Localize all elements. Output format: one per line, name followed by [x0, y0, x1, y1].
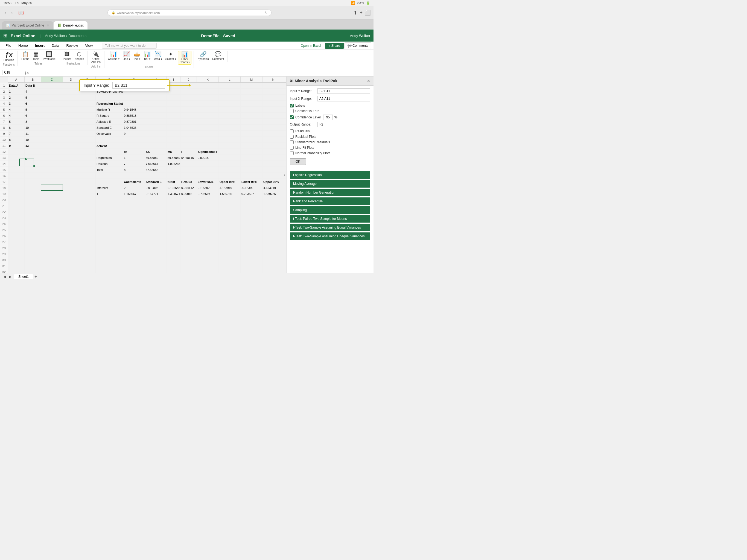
grid-cell[interactable]	[63, 167, 79, 173]
grid-cell[interactable]: 0.064142	[180, 185, 197, 190]
grid-cell[interactable]	[41, 191, 63, 197]
grid-cell[interactable]	[197, 82, 219, 88]
grid-cell[interactable]	[167, 269, 180, 273]
grid-cell[interactable]	[241, 257, 262, 263]
grid-cell[interactable]	[96, 227, 123, 233]
grid-cell[interactable]	[25, 245, 41, 251]
grid-cell[interactable]	[8, 197, 25, 203]
grid-cell[interactable]	[219, 245, 241, 251]
grid-cell[interactable]	[8, 209, 25, 215]
grid-cell[interactable]	[41, 167, 63, 173]
constant-checkbox[interactable]	[290, 109, 294, 113]
grid-cell[interactable]	[63, 137, 79, 143]
grid-cell[interactable]	[167, 227, 180, 233]
grid-cell[interactable]: 4.153919	[219, 185, 241, 190]
grid-cell[interactable]: SS	[145, 149, 167, 154]
grid-cell[interactable]	[219, 149, 241, 154]
grid-cell[interactable]	[63, 197, 79, 203]
grid-cell[interactable]	[167, 107, 180, 112]
grid-cell[interactable]	[145, 119, 167, 124]
grid-cell[interactable]	[79, 245, 96, 251]
grid-cell[interactable]	[241, 125, 262, 130]
grid-cell[interactable]: 1.539736	[262, 191, 284, 197]
grid-cell[interactable]: ANOVA	[96, 143, 123, 149]
grid-cell[interactable]	[145, 125, 167, 130]
grid-cell[interactable]: Regression Statistics	[96, 101, 123, 106]
grid-cell[interactable]	[180, 143, 197, 149]
grid-cell[interactable]	[79, 119, 96, 124]
grid-cell[interactable]	[79, 227, 96, 233]
grid-cell[interactable]	[123, 257, 145, 263]
grid-cell[interactable]	[167, 233, 180, 239]
grid-cell[interactable]: F	[180, 149, 197, 154]
grid-cell[interactable]	[96, 137, 123, 143]
new-tab-button[interactable]: +	[360, 10, 363, 16]
grid-cell[interactable]	[123, 227, 145, 233]
grid-cell[interactable]: 8	[25, 119, 41, 124]
grid-cell[interactable]	[145, 227, 167, 233]
grid-cell[interactable]	[145, 233, 167, 239]
grid-cell[interactable]	[8, 221, 25, 227]
grid-cell[interactable]	[197, 233, 219, 239]
grid-cell[interactable]	[25, 233, 41, 239]
grid-cell[interactable]	[219, 125, 241, 130]
grid-cell[interactable]	[96, 149, 123, 154]
scatter-chart-button[interactable]: ✦ Scatter ▾	[164, 51, 177, 61]
grid-cell[interactable]	[25, 263, 41, 269]
line-fit-checkbox[interactable]	[290, 146, 294, 150]
grid-cell[interactable]: 0.793597	[197, 191, 219, 197]
grid-cell[interactable]	[197, 173, 219, 179]
grid-cell[interactable]	[241, 95, 262, 100]
grid-cell[interactable]	[63, 149, 79, 154]
menu-review[interactable]: Review	[63, 42, 81, 49]
grid-cell[interactable]	[219, 239, 241, 245]
tool-ttest-unequal-variances[interactable]: t-Test: Two-Sample Assuming Unequal Vari…	[290, 232, 370, 240]
grid-cell[interactable]: Upper 95%	[262, 179, 284, 184]
grid-cell[interactable]: 13	[25, 143, 41, 149]
grid-cell[interactable]	[63, 119, 79, 124]
grid-cell[interactable]	[180, 239, 197, 245]
grid-cell[interactable]	[197, 209, 219, 215]
input-y-field[interactable]	[317, 88, 370, 94]
grid-cell[interactable]	[63, 203, 79, 209]
grid-cell[interactable]: Significance F	[197, 149, 219, 154]
grid-cell[interactable]	[241, 251, 262, 257]
grid-cell[interactable]	[167, 143, 180, 149]
grid-cell[interactable]	[262, 119, 284, 124]
grid-cell[interactable]	[219, 88, 241, 94]
grid-cell[interactable]	[96, 215, 123, 221]
grid-cell[interactable]	[145, 263, 167, 269]
grid-cell[interactable]	[25, 227, 41, 233]
grid-cell[interactable]	[262, 161, 284, 167]
grid-cell[interactable]	[241, 227, 262, 233]
grid-cell[interactable]	[41, 125, 63, 130]
office-addins-button[interactable]: 🔌 OfficeAdd-ins	[90, 51, 102, 64]
grid-cell[interactable]	[219, 113, 241, 119]
sheet-add-button[interactable]: +	[34, 274, 37, 279]
grid-cell[interactable]: 4	[8, 107, 25, 112]
grid-cell[interactable]	[262, 197, 284, 203]
grid-cell[interactable]	[241, 239, 262, 245]
open-excel-button[interactable]: Open in Excel	[298, 43, 325, 48]
grid-cell[interactable]: 0.870301	[123, 119, 145, 124]
grid-cell[interactable]	[63, 179, 79, 184]
grid-cell[interactable]: 0.886513	[123, 113, 145, 119]
grid-cell[interactable]	[63, 143, 79, 149]
grid-cell[interactable]	[63, 209, 79, 215]
tabs-button[interactable]: ⬜	[365, 10, 371, 16]
grid-cell[interactable]	[167, 257, 180, 263]
grid-cell[interactable]	[96, 251, 123, 257]
grid-cell[interactable]	[262, 137, 284, 143]
grid-cell[interactable]	[180, 113, 197, 119]
grid-cell[interactable]	[241, 215, 262, 221]
grid-cell[interactable]	[167, 101, 180, 106]
grid-cell[interactable]: Upper 95%	[219, 179, 241, 184]
grid-cell[interactable]: Residual	[96, 161, 123, 167]
grid-cell[interactable]	[41, 215, 63, 221]
chart-handle[interactable]	[19, 159, 34, 166]
grid-cell[interactable]	[8, 185, 25, 190]
grid-cell[interactable]	[25, 239, 41, 245]
grid-cell[interactable]: 10	[25, 137, 41, 143]
grid-cell[interactable]: 6	[8, 125, 25, 130]
ok-button[interactable]: OK	[290, 158, 306, 165]
